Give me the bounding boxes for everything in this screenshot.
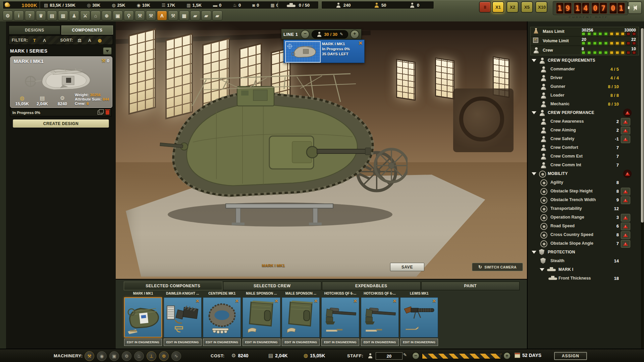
current-date-label: CURRENT DATE: [553, 16, 625, 19]
collapse-triangle-icon[interactable]: [540, 268, 544, 271]
component-card-image[interactable]: ✕: [243, 297, 280, 338]
edit-in-engineering-button[interactable]: EDIT IN ENGINEERING: [282, 339, 320, 346]
notifications-button[interactable]: [628, 1, 642, 14]
attributes-panel: Mass Limit3025633000Volume Limit2022Crew…: [527, 21, 644, 349]
toolbar-military-button[interactable]: ⚔: [80, 11, 90, 20]
toolbar-info-button[interactable]: i: [14, 11, 24, 20]
pause-button[interactable]: II: [479, 1, 491, 13]
machinery-anvil-icon[interactable]: ⚒: [85, 351, 94, 361]
remove-component-icon[interactable]: ✕: [353, 298, 357, 304]
line-capacity-decrease-button[interactable]: −: [301, 30, 310, 39]
toolbar-workshop-button[interactable]: ⚒: [135, 11, 145, 20]
toolbar-world-map-button[interactable]: ⊕: [102, 11, 112, 20]
production-line-job-card[interactable]: MARK I MK1 In Progress 0% 35 DAYS LEFT ✕: [283, 40, 365, 63]
filter-design-icon[interactable]: Λ: [41, 37, 48, 44]
edit-in-engineering-button[interactable]: EDIT IN ENGINEERING: [400, 339, 438, 346]
toolbar-construction-button[interactable]: ⚒: [168, 11, 178, 20]
speed-x10-button[interactable]: X10: [535, 1, 547, 13]
toolbar-research-button[interactable]: ⚲: [124, 11, 134, 20]
component-card-image[interactable]: ✕: [321, 297, 359, 338]
collapse-triangle-icon[interactable]: [532, 111, 536, 114]
component-card-image[interactable]: ✕: [164, 297, 202, 338]
create-design-button[interactable]: CREATE DESIGN: [13, 119, 109, 128]
tab-components[interactable]: COMPONENTS: [61, 25, 113, 35]
toolbar-report-button[interactable]: ▥: [58, 11, 68, 20]
tab-designs[interactable]: DESIGNS: [9, 25, 60, 35]
toolbar-components-button[interactable]: ▦: [179, 11, 189, 20]
machinery-welder-icon[interactable]: ⚙: [122, 351, 131, 361]
toolbar-tank-service-button[interactable]: ▰: [212, 11, 222, 20]
line-capacity-increase-button[interactable]: +: [350, 30, 359, 39]
toolbar-spy-button[interactable]: ♟: [69, 11, 79, 20]
component-card-image[interactable]: [124, 297, 162, 338]
toolbar-help-button[interactable]: ?: [25, 11, 35, 20]
collapse-triangle-icon[interactable]: [532, 59, 536, 62]
edit-in-engineering-button[interactable]: EDIT IN ENGINEERING: [243, 339, 280, 346]
component-card-image[interactable]: ✕: [400, 297, 438, 338]
assignment-progress-bar[interactable]: [422, 353, 502, 359]
sort-weight-icon[interactable]: ⚖: [76, 37, 83, 44]
toolbar-tank-sales-button[interactable]: ▰: [201, 11, 211, 20]
machinery-furnace-icon[interactable]: ♨: [134, 351, 144, 361]
factory-3d-viewport[interactable]: LINE 1 − 30 / 30 ✎ +: [116, 21, 527, 279]
warehouse-window: [435, 57, 454, 99]
speed-x2-button[interactable]: X2: [506, 1, 519, 13]
delete-design-icon[interactable]: [106, 110, 109, 115]
toolbar-settings-button[interactable]: ⚙: [3, 11, 13, 20]
edit-capacity-icon[interactable]: ✎: [340, 32, 343, 37]
tab-expendables[interactable]: EXPENDABLES: [322, 282, 421, 290]
days-value: 52 DAYS: [522, 353, 541, 358]
attribute-value: 8: [616, 180, 619, 185]
toolbar-design-bureau-button[interactable]: Λ: [157, 11, 167, 20]
tab-selected-crew[interactable]: SELECTED CREW: [223, 282, 322, 290]
collapse-triangle-icon[interactable]: [532, 251, 536, 254]
tab-selected-components[interactable]: SELECTED COMPONENTS: [124, 282, 222, 290]
tab-paint[interactable]: PAINT: [421, 282, 520, 290]
save-button[interactable]: SAVE: [390, 263, 424, 271]
edit-in-engineering-button[interactable]: EDIT IN ENGINEERING: [124, 339, 162, 346]
component-card-image[interactable]: ✕: [203, 297, 241, 338]
toolbar-trophy-button[interactable]: ♛: [36, 11, 46, 20]
collapse-triangle-icon[interactable]: [532, 172, 536, 175]
attributes-scrollbar-thumb[interactable]: [641, 28, 644, 223]
toolbar-newspaper-button[interactable]: ▤: [47, 11, 57, 20]
staff-edit-icon[interactable]: ✎: [403, 352, 407, 357]
edit-in-engineering-button[interactable]: EDIT IN ENGINEERING: [361, 339, 399, 346]
toolbar-contracts-button[interactable]: ▣: [113, 11, 123, 20]
sort-alphabetical-icon[interactable]: A: [86, 37, 93, 44]
staff-increase-button[interactable]: +: [503, 352, 511, 360]
staff-count-input[interactable]: 20: [376, 352, 402, 360]
remove-component-icon[interactable]: ✕: [196, 298, 200, 304]
toolbar-factory-button[interactable]: ⌂: [91, 11, 101, 20]
duplicate-design-icon[interactable]: [98, 111, 102, 115]
tank-model[interactable]: [153, 65, 408, 233]
edit-in-engineering-button[interactable]: EDIT IN ENGINEERING: [164, 339, 202, 346]
component-card-image[interactable]: ✕: [361, 297, 399, 338]
sort-cost-icon[interactable]: ◍: [96, 37, 103, 44]
remove-component-icon[interactable]: ✕: [393, 298, 397, 304]
machinery-drill-icon[interactable]: ⊥: [147, 351, 156, 361]
machinery-lathe-icon[interactable]: ◉: [97, 351, 107, 361]
assign-button[interactable]: ASSIGN: [554, 352, 587, 360]
switch-camera-button[interactable]: ↻ SWITCH CAMERA: [472, 263, 523, 271]
speed-x1-button[interactable]: X1: [492, 1, 504, 13]
staff-decrease-button[interactable]: −: [412, 352, 420, 360]
toolbar-tank-fleet-button[interactable]: ▰: [190, 11, 200, 20]
filter-type-icon[interactable]: T: [31, 37, 38, 44]
edit-in-engineering-button[interactable]: EDIT IN ENGINEERING: [321, 339, 359, 346]
remove-component-icon[interactable]: ✕: [314, 298, 318, 304]
remove-component-icon[interactable]: ✕: [432, 298, 436, 304]
design-card[interactable]: MARK I MK1 ⚒ 0 ◍15,05K▤2,04K⚙8240: [10, 56, 112, 108]
series-collapse-button[interactable]: [103, 47, 112, 55]
component-card-image[interactable]: ✕: [282, 297, 320, 338]
machinery-mill-icon[interactable]: ⚙: [159, 351, 169, 361]
remove-component-icon[interactable]: ✕: [274, 298, 278, 304]
machinery-press-icon[interactable]: ▣: [109, 351, 119, 361]
machinery-crane-icon[interactable]: ∿: [171, 351, 181, 361]
remove-component-icon[interactable]: ✕: [235, 298, 239, 304]
blueprint-thumbnail: [285, 41, 321, 63]
line-job-close-icon[interactable]: ✕: [358, 40, 363, 46]
speed-x5-button[interactable]: X5: [521, 1, 533, 13]
edit-in-engineering-button[interactable]: EDIT IN ENGINEERING: [203, 339, 241, 346]
toolbar-workshop-gold-button[interactable]: ⚒: [146, 11, 156, 20]
